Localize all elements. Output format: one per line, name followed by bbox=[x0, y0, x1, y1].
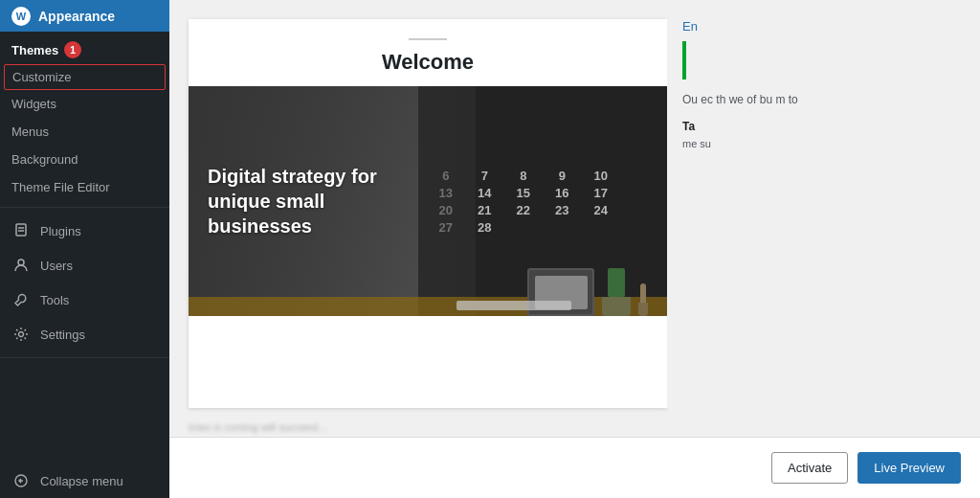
sidebar-divider-2 bbox=[0, 357, 169, 358]
svg-point-4 bbox=[19, 332, 24, 337]
sidebar: W Appearance Themes 1 Customize Widgets … bbox=[0, 0, 169, 498]
sidebar-item-widgets[interactable]: Widgets bbox=[0, 90, 169, 118]
sidebar-item-settings[interactable]: Settings bbox=[0, 317, 169, 351]
sidebar-item-menus[interactable]: Menus bbox=[0, 118, 169, 146]
preview-welcome-section: Welcome bbox=[189, 19, 667, 86]
hero-text: Digital strategy for unique small busine… bbox=[208, 164, 428, 238]
sidebar-collapse-menu[interactable]: Collapse menu bbox=[0, 464, 169, 498]
sidebar-item-customize[interactable]: Customize bbox=[4, 64, 166, 90]
sidebar-item-tools[interactable]: Tools bbox=[0, 283, 169, 317]
welcome-line-decoration bbox=[409, 38, 447, 40]
tag-section: Ta me su bbox=[682, 120, 946, 151]
sidebar-header[interactable]: W Appearance bbox=[0, 0, 169, 32]
sidebar-item-users[interactable]: Users bbox=[0, 248, 169, 283]
hero-background: 6 7 8 9 10 13 14 15 16 17 20 bbox=[189, 86, 667, 316]
side-panel-description: Ou ec th we of bu m to bbox=[682, 91, 946, 108]
activate-button[interactable]: Activate bbox=[771, 452, 848, 484]
bottom-strip: imes is coming will succeed... bbox=[169, 418, 980, 437]
themes-section-title: Themes 1 bbox=[0, 32, 169, 64]
side-panel-link[interactable]: En bbox=[682, 19, 946, 34]
sidebar-item-plugins[interactable]: Plugins bbox=[0, 214, 169, 248]
wordpress-icon: W bbox=[11, 7, 31, 26]
sidebar-divider bbox=[0, 207, 169, 208]
collapse-icon bbox=[11, 471, 31, 490]
sidebar-item-theme-file-editor[interactable]: Theme File Editor bbox=[0, 173, 169, 201]
tag-text: me su bbox=[682, 137, 946, 151]
tools-icon bbox=[11, 290, 31, 309]
main-content: Welcome 6 7 8 9 10 bbox=[169, 0, 980, 498]
svg-rect-0 bbox=[16, 224, 26, 236]
content-area: Welcome 6 7 8 9 10 bbox=[169, 0, 980, 418]
sidebar-item-background[interactable]: Background bbox=[0, 146, 169, 173]
plugin-icon bbox=[11, 221, 31, 240]
live-preview-button[interactable]: Live Preview bbox=[858, 452, 961, 484]
tag-label: Ta bbox=[682, 120, 946, 133]
sidebar-header-title: Appearance bbox=[38, 9, 115, 24]
svg-point-3 bbox=[18, 260, 24, 265]
user-icon bbox=[11, 256, 31, 275]
preview-hero-image: 6 7 8 9 10 13 14 15 16 17 20 bbox=[189, 86, 667, 316]
settings-icon bbox=[11, 325, 31, 344]
preview-welcome-title: Welcome bbox=[382, 50, 474, 75]
green-accent-bar bbox=[682, 41, 686, 79]
theme-preview-card: Welcome 6 7 8 9 10 bbox=[189, 19, 667, 408]
side-info-panel: En Ou ec th we of bu m to Ta me su bbox=[667, 19, 961, 408]
blurred-text: imes is coming will succeed... bbox=[189, 421, 326, 433]
bottom-action-bar: Activate Live Preview bbox=[169, 437, 980, 498]
themes-badge: 1 bbox=[64, 41, 81, 58]
